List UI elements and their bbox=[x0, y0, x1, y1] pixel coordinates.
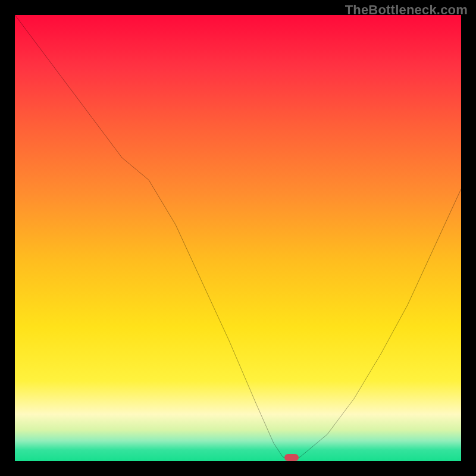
plot-area bbox=[15, 15, 461, 461]
background-gradient bbox=[15, 15, 461, 461]
chart-frame: TheBottleneck.com bbox=[0, 0, 476, 476]
svg-rect-0 bbox=[15, 15, 461, 461]
optimum-marker bbox=[284, 454, 299, 461]
